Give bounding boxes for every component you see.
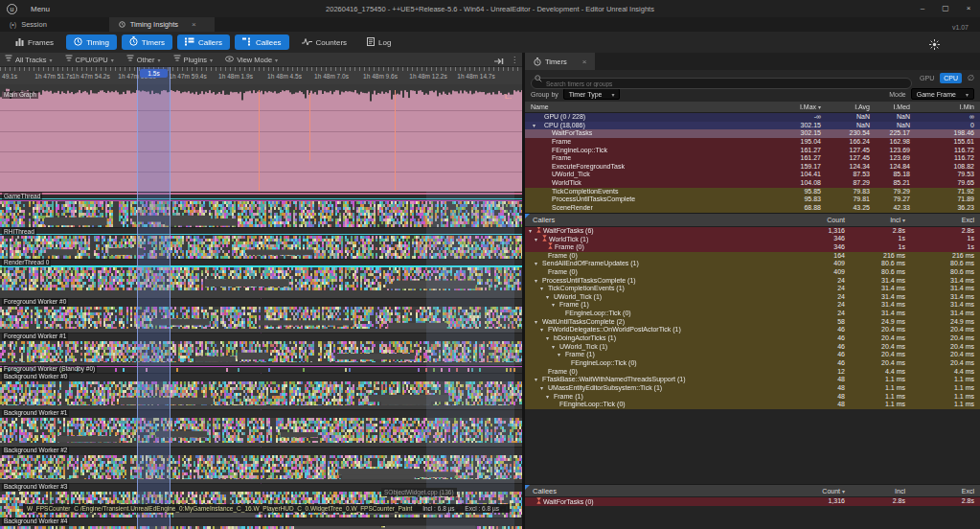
timing-button[interactable]: Timing bbox=[66, 34, 117, 50]
expand-arrow-icon[interactable]: ▾ bbox=[540, 326, 548, 334]
timeline-filter-cpu-gpu[interactable]: CPU/GPU▾ bbox=[65, 55, 114, 64]
callers-row[interactable]: ▾UWorld_Tick (1)2431.4 ms31.4 ms bbox=[525, 293, 980, 302]
time-selection-band[interactable]: 1.5s bbox=[137, 67, 171, 529]
callees-column-count[interactable]: Count ▾ bbox=[774, 488, 851, 494]
expand-arrow-icon[interactable]: ▾ bbox=[535, 376, 542, 384]
expand-arrow-icon[interactable]: ▾ bbox=[546, 293, 554, 302]
callers-row[interactable]: ▾Frame (1)4620.4 ms20.4 ms bbox=[525, 351, 980, 359]
track-label-renderthread-0[interactable]: RenderThread 0 bbox=[2, 259, 51, 266]
track-label-background-worker-0[interactable]: Background Worker #0 bbox=[2, 373, 69, 380]
timers-row[interactable]: ▾CPU (18,086)302.15NaNNaN0 bbox=[525, 122, 980, 130]
callers-row[interactable]: FEngineLoop::Tick (0)2431.4 ms31.4 ms bbox=[525, 310, 980, 318]
expand-arrow-icon[interactable]: ▾ bbox=[546, 393, 554, 402]
timers-column-i-avg[interactable]: I.Avg bbox=[827, 104, 876, 110]
callers-row[interactable]: ▾WaitUntilTasksComplete (2)5824.9 ms24.9… bbox=[525, 318, 980, 327]
timers-row[interactable]: Frame195.04166.24162.98155.61 bbox=[525, 138, 980, 147]
close-tab-icon[interactable]: × bbox=[192, 20, 196, 29]
track-label-foreground-worker-standby-0-[interactable]: Foreground Worker (Standby #0) bbox=[2, 365, 97, 373]
expand-arrow-icon[interactable]: ▾ bbox=[535, 318, 542, 327]
timers-column-name[interactable]: Name bbox=[525, 104, 767, 110]
callers-header[interactable]: CallersCountIncl ▾Excl bbox=[525, 213, 980, 227]
callers-row[interactable]: ▾ProcessUntilTasksComplete (1)2431.4 ms3… bbox=[525, 277, 980, 286]
expand-arrow-icon[interactable]: ▾ bbox=[552, 343, 559, 352]
callers-row[interactable]: FEngineLoop::Tick (0)4620.4 ms20.4 ms bbox=[525, 359, 980, 368]
search-input[interactable] bbox=[531, 78, 912, 89]
timers-row[interactable]: WaitForTasks302.15230.54225.17198.46 bbox=[525, 129, 980, 138]
callers-row[interactable]: ▾UWorld_Tick (1)4620.4 ms20.4 ms bbox=[525, 343, 980, 352]
timers-row[interactable]: WorldTick104.0887.2985.2179.65 bbox=[525, 179, 980, 188]
callers-row[interactable]: ▾FTaskBase::WaitWithNamedThreadsSupport … bbox=[525, 376, 980, 384]
cpu-filter-button[interactable]: CPU bbox=[940, 73, 962, 83]
tab-session[interactable]: (•) Session bbox=[0, 17, 57, 32]
timers-row[interactable]: SceneRender68.8843.2542.3336.23 bbox=[525, 204, 980, 213]
timers-column-i-min[interactable]: I.Min bbox=[916, 104, 980, 110]
expand-arrow-icon[interactable]: ▾ bbox=[533, 122, 536, 130]
frames-button[interactable]: Frames bbox=[8, 34, 61, 50]
track-label-main-graph[interactable]: Main Graph bbox=[2, 91, 38, 99]
expand-arrow-icon[interactable]: ▾ bbox=[552, 301, 559, 310]
callers-row[interactable]: ▾UMassEntityEditorSubsystem::Tick (1)481… bbox=[525, 384, 980, 393]
timers-row[interactable]: ExecuteForegroundTask159.17124.34124.841… bbox=[525, 163, 980, 172]
track-label-rhithread[interactable]: RHIThread bbox=[2, 228, 36, 236]
maximize-button[interactable]: ▢ bbox=[934, 0, 957, 17]
callers-row[interactable]: ▾SendAllEndOfFrameUpdates (1)40980.6 ms8… bbox=[525, 260, 980, 268]
log-button[interactable]: Log bbox=[359, 34, 399, 50]
timers-row[interactable]: FEngineLoop::Tick161.27127.45123.69116.7… bbox=[525, 147, 980, 155]
callers-row[interactable]: Frame (0)164216 ms216 ms bbox=[525, 252, 980, 261]
close-timers-tab-icon[interactable]: × bbox=[582, 58, 587, 66]
jump-to-end-icon[interactable] bbox=[494, 52, 504, 69]
timers-row[interactable]: Frame161.27127.45123.69116.72 bbox=[525, 154, 980, 163]
menu-button[interactable]: Menu bbox=[31, 5, 50, 13]
callers-row[interactable]: ▾Frame (1)481.1 ms1.1 ms bbox=[525, 393, 980, 402]
timers-row[interactable]: UWorld_Tick104.4187.5385.1879.53 bbox=[525, 171, 980, 179]
callees-row[interactable]: WaitForTasks (0)1,3162.8s2.8s bbox=[525, 497, 980, 506]
timers-row[interactable]: ProcessUntilTasksComplete95.8379.8179.27… bbox=[525, 196, 980, 204]
more-options-icon[interactable]: ⋮ bbox=[511, 56, 518, 64]
callers-row[interactable]: Frame (0)124.4 ms4.4 ms bbox=[525, 368, 980, 377]
callees-column-incl[interactable]: Incl bbox=[851, 488, 911, 494]
expand-arrow-icon[interactable]: ▾ bbox=[546, 334, 554, 343]
timeline-filter-all-tracks[interactable]: All Tracks▾ bbox=[5, 55, 53, 64]
theme-sun-icon[interactable] bbox=[929, 36, 940, 54]
timers-table-header[interactable]: NameI.Max ▾I.AvgI.MedI.Min bbox=[525, 102, 980, 113]
timers-row[interactable]: TickCompletionEvents95.8579.8379.2971.92 bbox=[525, 188, 980, 196]
track-label-foreground-worker-1[interactable]: Foreground Worker #1 bbox=[2, 333, 68, 340]
timers-row[interactable]: GPU (0 / 228)-∞NaNNaN∞ bbox=[525, 113, 980, 122]
tab-timers[interactable]: Timers × bbox=[525, 53, 595, 70]
timeline-filter-plugins[interactable]: Plugins▾ bbox=[173, 55, 214, 64]
callees-column-excl[interactable]: Excl bbox=[911, 488, 980, 494]
track-label-background-worker-3[interactable]: Background Worker #3 bbox=[2, 483, 69, 491]
track-label-background-worker-1[interactable]: Background Worker #1 bbox=[2, 409, 69, 417]
callers-row[interactable]: Frame (0)3461s1s bbox=[525, 243, 980, 252]
timeline-filter-view-mode[interactable]: View Mode▾ bbox=[225, 56, 278, 64]
track-label-foreground-worker-0[interactable]: Foreground Worker #0 bbox=[2, 298, 68, 306]
timers-button[interactable]: Timers bbox=[122, 34, 172, 50]
callees-button[interactable]: Callees bbox=[235, 34, 289, 50]
expand-arrow-icon[interactable]: ▾ bbox=[535, 277, 542, 286]
track-label-gamethread[interactable]: GameThread bbox=[2, 193, 42, 200]
minimize-button[interactable]: – bbox=[911, 0, 934, 17]
timeline-filter-other[interactable]: Other▾ bbox=[126, 55, 161, 64]
mode-dropdown[interactable]: Game Frame ▾ bbox=[911, 88, 974, 100]
expand-arrow-icon[interactable]: ▾ bbox=[558, 351, 565, 359]
callers-row[interactable]: ▾FWorldDelegates::OnWorldPostActorTick (… bbox=[525, 326, 980, 334]
timers-column-i-med[interactable]: I.Med bbox=[876, 104, 916, 110]
callers-column-count[interactable]: Count bbox=[774, 217, 851, 223]
track-label-background-worker-2[interactable]: Background Worker #2 bbox=[2, 447, 69, 454]
gpu-filter-button[interactable]: GPU bbox=[920, 75, 934, 81]
counters-button[interactable]: Counters bbox=[294, 34, 354, 50]
expand-arrow-icon[interactable]: ▾ bbox=[540, 384, 548, 393]
callers-row[interactable]: ▾bDoingActorTicks (1)4620.4 ms20.4 ms bbox=[525, 334, 980, 343]
track-label-background-worker-4[interactable]: Background Worker #4 bbox=[2, 518, 69, 525]
time-ruler[interactable]: 49.1s1h 47m 51.7s1h 47m 54.2s1h 47m 56.8… bbox=[0, 67, 522, 84]
callees-header[interactable]: CalleesCount ▾InclExcl bbox=[525, 484, 980, 497]
callers-row[interactable]: FEngineLoop::Tick (0)481.1 ms1.1 ms bbox=[525, 401, 980, 409]
callers-button[interactable]: Callers bbox=[177, 34, 230, 50]
expand-arrow-icon[interactable]: ▾ bbox=[535, 260, 542, 268]
callers-row[interactable]: ▾TickCompletionEvents (1)2431.4 ms31.4 m… bbox=[525, 285, 980, 293]
group-by-dropdown[interactable]: Timer Type ▾ bbox=[563, 88, 621, 100]
close-button[interactable]: × bbox=[957, 0, 980, 17]
callers-column-excl[interactable]: Excl bbox=[911, 217, 980, 223]
empty-set-filter-icon[interactable]: ∅ bbox=[968, 74, 974, 82]
callers-row[interactable]: Frame (0)40980.6 ms80.6 ms bbox=[525, 268, 980, 277]
